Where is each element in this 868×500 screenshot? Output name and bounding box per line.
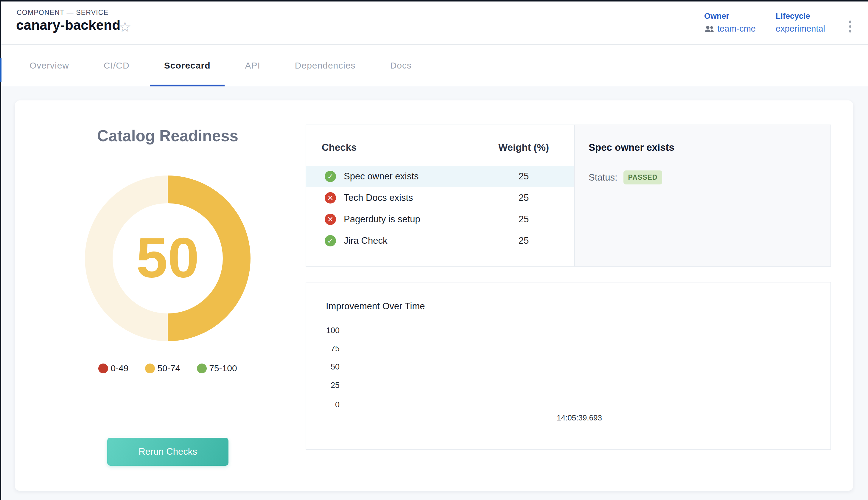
lifecycle-block: Lifecycle experimental (776, 12, 825, 34)
checks-rows: ✓ Spec owner exists 25 ✕ Tech Docs exist… (306, 166, 574, 251)
rerun-checks-button[interactable]: Rerun Checks (107, 438, 229, 466)
app-screen: COMPONENT — SERVICE canary-backend ☆ Own… (0, 0, 868, 500)
status-badge: PASSED (623, 170, 662, 184)
check-detail-panel: Spec owner exists Status: PASSED (575, 125, 831, 267)
y-axis-tick: 100 (306, 326, 339, 335)
entity-header: COMPONENT — SERVICE canary-backend ☆ Own… (0, 1, 868, 45)
legend-label: 50-74 (157, 363, 180, 373)
kebab-menu-icon[interactable] (848, 19, 853, 34)
y-axis-tick: 75 (306, 344, 339, 353)
window-top-edge (0, 0, 868, 1)
legend-red-dot (98, 364, 108, 373)
legend-item-mid: 50-74 (145, 363, 180, 373)
check-name: Spec owner exists (344, 171, 419, 182)
legend-yellow-dot (145, 364, 155, 373)
page-title: canary-backend (16, 17, 120, 33)
tab-scorecard[interactable]: Scorecard (164, 45, 211, 87)
owner-group-icon (704, 25, 714, 33)
owner-value-link[interactable]: team-cme (717, 24, 756, 34)
check-detail-title: Spec owner exists (589, 142, 674, 153)
entity-kind-label: COMPONENT — SERVICE (17, 9, 108, 17)
check-name: Tech Docs exists (344, 193, 413, 203)
check-failed-icon: ✕ (325, 192, 336, 204)
scorecard-title: Catalog Readiness (15, 127, 321, 145)
tab-api[interactable]: API (245, 45, 260, 87)
table-row-pagerduty[interactable]: ✕ Pagerduty is setup 25 (306, 208, 574, 230)
legend-green-dot (197, 364, 207, 373)
y-axis-tick: 50 (306, 362, 339, 372)
checks-column-header: Checks (322, 142, 357, 153)
tab-dependencies[interactable]: Dependencies (295, 45, 356, 87)
status-label: Status: (589, 172, 617, 183)
lifecycle-label: Lifecycle (776, 12, 825, 21)
chart-title: Improvement Over Time (326, 301, 425, 312)
check-failed-icon: ✕ (325, 214, 336, 225)
score-donut-chart: 50 (85, 175, 251, 341)
check-weight: 25 (479, 235, 568, 246)
check-passed-icon: ✓ (325, 171, 336, 182)
tab-overview[interactable]: Overview (30, 45, 69, 87)
y-axis-tick: 25 (306, 381, 339, 390)
tab-cicd[interactable]: CI/CD (104, 45, 130, 87)
scorecard-card: Catalog Readiness 50 0-49 50-74 75-100 (15, 100, 853, 491)
window-left-edge-accent (0, 58, 1, 82)
score-donut-hole: 50 (113, 203, 223, 314)
table-row-jira[interactable]: ✓ Jira Check 25 (306, 230, 574, 251)
check-passed-icon: ✓ (325, 235, 336, 247)
page-content: Catalog Readiness 50 0-49 50-74 75-100 (0, 87, 868, 500)
owner-label: Owner (704, 12, 756, 21)
weight-column-header: Weight (%) (479, 142, 568, 153)
legend-label: 75-100 (209, 363, 237, 373)
checks-panel: Checks Weight (%) ✓ Spec owner exists 25… (305, 125, 575, 267)
check-weight: 25 (479, 171, 568, 182)
check-weight: 25 (479, 193, 568, 203)
check-weight: 25 (479, 214, 568, 225)
lifecycle-value: experimental (776, 24, 825, 34)
table-row-tech-docs[interactable]: ✕ Tech Docs exists 25 (306, 187, 574, 208)
x-axis-tick: 14:05:39.693 (544, 413, 615, 422)
favorite-star-icon[interactable]: ☆ (118, 20, 131, 34)
entity-tabbar: Overview CI/CD Scorecard API Dependencie… (0, 45, 868, 87)
check-name: Pagerduty is setup (344, 214, 420, 225)
owner-block: Owner team-cme (704, 12, 756, 34)
check-status-row: Status: PASSED (589, 170, 662, 184)
improvement-chart-panel: Improvement Over Time 100 75 50 25 0 14:… (305, 282, 831, 450)
score-legend: 0-49 50-74 75-100 (15, 363, 321, 373)
table-row-spec-owner[interactable]: ✓ Spec owner exists 25 (306, 166, 574, 187)
score-value: 50 (136, 229, 199, 287)
legend-label: 0-49 (111, 363, 128, 373)
legend-item-high: 75-100 (197, 363, 237, 373)
y-axis-tick: 0 (306, 400, 339, 409)
tab-docs[interactable]: Docs (390, 45, 412, 87)
check-name: Jira Check (344, 235, 387, 246)
legend-item-low: 0-49 (98, 363, 128, 373)
